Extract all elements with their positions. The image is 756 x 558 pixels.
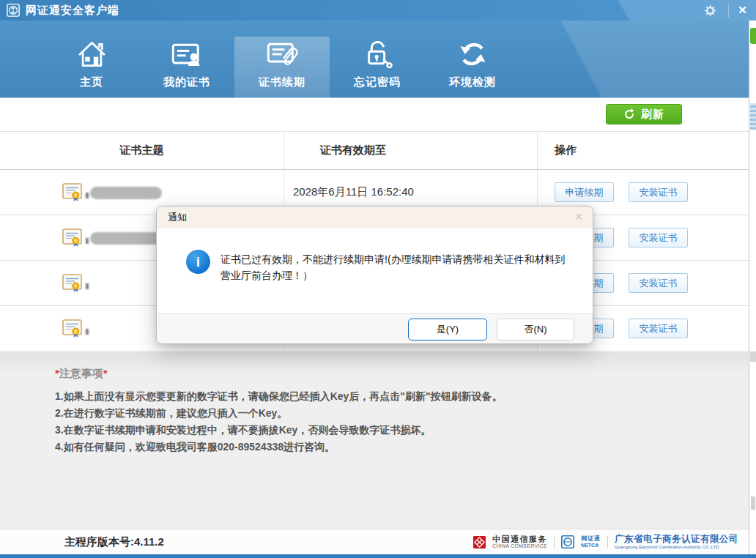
notes-title-text: 注意事项 <box>59 367 103 379</box>
netca-en: NETCA <box>581 543 601 548</box>
certificate-icon <box>62 182 82 202</box>
refresh-label: 刷新 <box>641 108 664 122</box>
nav-tab-label: 忘记密码 <box>354 75 401 89</box>
app-window: 网证通安全客户端 ✕ <box>0 0 756 558</box>
nav-tab-environment-check[interactable]: 环境检测 <box>425 21 520 97</box>
navbar: 主页 我的证书 <box>0 21 749 98</box>
nav-tab-forgot-password[interactable]: 忘记密码 <box>330 21 425 97</box>
netca-cn: 网证通 <box>581 535 601 542</box>
nav-tab-label: 我的证书 <box>163 75 210 89</box>
nav-tab-label: 证书续期 <box>259 75 305 89</box>
column-header-subject: 证书主题 <box>0 132 284 169</box>
settings-button[interactable] <box>693 0 727 21</box>
footer-logos: 中国通信服务 CHINA COMSERVICE 网证通 NETCA 广东省电子商… <box>473 529 738 554</box>
install-certificate-button[interactable]: 安装证书 <box>629 273 688 293</box>
nav-tab-home[interactable]: 主页 <box>44 21 139 97</box>
redacted-subject <box>90 187 162 199</box>
app-logo-icon <box>7 4 20 17</box>
nav-tab-my-certificates[interactable]: 我的证书 <box>139 21 234 97</box>
china-comservice-cn: 中国通信服务 <box>492 535 547 544</box>
note-item: 1.如果上面没有显示您要更新的数字证书，请确保您已经插入Key后，再点击"刷新"… <box>55 388 503 405</box>
certificate-icon <box>62 273 82 293</box>
gear-icon <box>705 5 716 16</box>
dialog-body: i 证书已过有效期，不能进行续期申请!(办理续期申请请携带相关证件和材料到 营业… <box>157 228 593 316</box>
netca-logo-icon <box>561 535 574 548</box>
apply-renewal-button[interactable]: 申请续期 <box>555 182 614 202</box>
refresh-icon <box>623 108 635 120</box>
notification-dialog: 通知 ✕ i 证书已过有效期，不能进行续期申请!(办理续期申请请携带相关证件和材… <box>156 206 593 344</box>
forgot-password-icon <box>360 38 395 70</box>
footer: 主程序版本号:4.11.2 中国通信服务 CHINA COMSERVICE 网 <box>0 529 749 554</box>
dialog-close-icon[interactable]: ✕ <box>574 212 583 222</box>
background-taskbar-strip <box>0 554 756 558</box>
install-certificate-button[interactable]: 安装证书 <box>629 319 688 338</box>
info-icon: i <box>186 250 210 274</box>
version-label: 主程序版本号:4.11.2 <box>64 529 164 554</box>
gdca-company-en: Guangdong Electronic Certification Autho… <box>615 545 738 550</box>
dialog-message: 证书已过有效期，不能进行续期申请!(办理续期申请请携带相关证件和材料到 营业厅前… <box>220 251 574 283</box>
dialog-message-line: 证书已过有效期，不能进行续期申请!(办理续期申请请携带相关证件和材料到 <box>220 251 574 267</box>
dialog-titlebar: 通知 <box>157 207 593 228</box>
note-item: 2.在进行数字证书续期前，建议您只插入一个Key。 <box>55 405 503 422</box>
background-window-fragment <box>750 103 756 130</box>
home-icon <box>75 38 109 70</box>
note-item: 3.在数字证书续期申请和安装过程中，请不要插拔Key，否则会导致数字证书损坏。 <box>55 422 503 439</box>
toolbar: 刷新 <box>0 97 749 132</box>
background-window-strip <box>749 21 756 554</box>
background-window-fragment <box>750 351 756 362</box>
window-title: 网证通安全客户端 <box>26 0 119 21</box>
certificate-icon <box>62 228 82 248</box>
notes-title: *注意事项* <box>55 367 108 381</box>
notes-list: 1.如果上面没有显示您要更新的数字证书，请确保您已经插入Key后，再点击"刷新"… <box>55 388 503 455</box>
china-comservice-en: CHINA COMSERVICE <box>492 543 547 549</box>
column-header-actions: 操作 <box>555 132 577 169</box>
titlebar: 网证通安全客户端 ✕ <box>0 0 756 21</box>
nav-tab-label: 环境检测 <box>449 75 496 89</box>
no-button[interactable]: 否(N) <box>497 319 574 341</box>
dialog-footer: 是(Y) 否(N) <box>157 313 593 343</box>
install-certificate-button[interactable]: 安装证书 <box>629 182 688 202</box>
install-certificate-button[interactable]: 安装证书 <box>629 228 688 248</box>
nav-items: 主页 我的证书 <box>44 21 520 97</box>
background-window-fragment <box>751 496 755 510</box>
china-comservice-logo-icon <box>473 536 486 548</box>
column-header-valid-until: 证书有效期至 <box>320 132 386 169</box>
my-certificates-icon <box>170 38 204 70</box>
note-item: 4.如有任何疑问，欢迎致电我司客服020-89524338进行咨询。 <box>55 439 503 455</box>
nav-tab-label: 主页 <box>80 75 103 89</box>
certificate-renewal-icon <box>265 38 300 70</box>
gdca-company-cn: 广东省电子商务认证有限公司 <box>615 534 738 544</box>
logo-divider <box>607 536 608 548</box>
table-header: 证书主题 证书有效期至 操作 <box>0 132 749 170</box>
yes-button[interactable]: 是(Y) <box>408 319 487 341</box>
asterisk: * <box>103 367 108 379</box>
refresh-button[interactable]: 刷新 <box>606 104 682 124</box>
dialog-title: 通知 <box>168 211 187 224</box>
nav-tab-certificate-renewal[interactable]: 证书续期 <box>234 37 330 97</box>
notes-section: *注意事项* 1.如果上面没有显示您要更新的数字证书，请确保您已经插入Key后，… <box>0 352 749 529</box>
window-close-button[interactable]: ✕ <box>729 0 756 21</box>
dialog-message-line: 营业厅前台办理！） <box>220 267 574 283</box>
background-window-fragment <box>750 28 756 44</box>
certificate-icon <box>62 319 82 338</box>
logo-divider <box>554 536 555 548</box>
close-icon: ✕ <box>738 4 747 17</box>
environment-check-icon <box>456 38 490 70</box>
